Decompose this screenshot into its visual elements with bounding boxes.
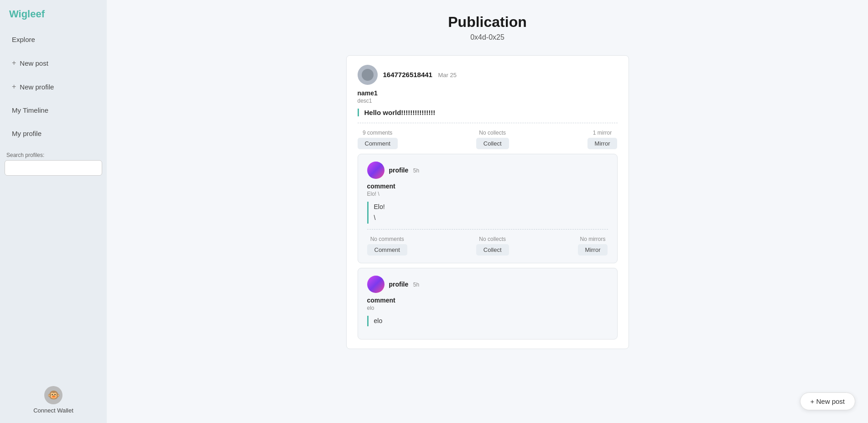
- connect-wallet-button[interactable]: Connect Wallet: [33, 407, 73, 414]
- sidebar-item-label: My Timeline: [12, 106, 48, 114]
- sidebar-item-label: My profile: [12, 130, 42, 137]
- comment-subdesc-1: elo: [367, 305, 608, 311]
- comment-avatar-1: [367, 276, 385, 293]
- comment-time-1: 5h: [413, 282, 419, 288]
- sidebar-item-my-timeline[interactable]: My Timeline: [3, 99, 104, 121]
- comment-meta: profile 5h: [389, 166, 420, 174]
- mirror-button[interactable]: Mirror: [587, 138, 618, 149]
- sidebar-item-label: New profile: [20, 83, 54, 91]
- mirror-action: 1 mirror Mirror: [587, 130, 618, 149]
- pub-username: 1647726518441: [383, 71, 432, 78]
- plus-icon: +: [12, 83, 16, 91]
- comment-subdesc: Elo! \: [367, 191, 608, 197]
- comment-meta-1: profile 5h: [389, 280, 420, 288]
- avatar-inner: [362, 69, 374, 81]
- comment-content: Elo! \: [367, 202, 608, 224]
- sidebar: Wigleef Explore + New post + New profile…: [0, 0, 107, 423]
- comment-card-1: profile 5h comment elo elo: [358, 268, 618, 340]
- comment-title-1: comment: [367, 297, 608, 304]
- collect-button[interactable]: Collect: [476, 138, 509, 149]
- pub-actions: 9 comments Comment No collects Collect 1…: [358, 128, 618, 149]
- sidebar-bottom: 🐵 Connect Wallet: [0, 379, 107, 423]
- comment-title: comment: [367, 183, 608, 190]
- comment-divider: [367, 229, 608, 230]
- pub-time: Mar 25: [438, 72, 456, 78]
- mirrors-count: 1 mirror: [593, 130, 612, 136]
- comment-button[interactable]: Comment: [358, 138, 398, 149]
- comment-mirror-button[interactable]: Mirror: [578, 244, 608, 256]
- comment-header: profile 5h: [367, 162, 608, 179]
- comments-count: 9 comments: [363, 130, 392, 136]
- comment-action: 9 comments Comment: [358, 130, 398, 149]
- search-profiles-section: Search profiles:: [5, 152, 102, 176]
- sidebar-item-my-profile[interactable]: My profile: [3, 122, 104, 145]
- pub-meta: 1647726518441 Mar 25: [383, 71, 457, 79]
- collects-count: No collects: [479, 130, 506, 136]
- comment-collects-count: No collects: [479, 236, 506, 242]
- page-subtitle: 0x4d-0x25: [125, 33, 850, 42]
- search-profiles-label: Search profiles:: [5, 152, 102, 158]
- logo[interactable]: Wigleef: [0, 0, 107, 25]
- sidebar-item-label: New post: [20, 59, 48, 67]
- comment-header-1: profile 5h: [367, 276, 608, 293]
- page-title: Publication: [125, 14, 850, 31]
- sidebar-item-new-profile[interactable]: + New profile: [3, 75, 104, 98]
- sidebar-item-new-post[interactable]: + New post: [3, 52, 104, 74]
- comment-content-1: elo: [367, 316, 608, 327]
- comment-mirror-action: No mirrors Mirror: [578, 236, 608, 256]
- comment-card-0: profile 5h comment Elo! \ Elo! \ No comm…: [358, 154, 618, 263]
- pub-name: name1: [358, 89, 618, 97]
- pub-content: Hello world!!!!!!!!!!!!!!!: [358, 109, 618, 116]
- wallet-avatar: 🐵: [44, 386, 62, 404]
- sidebar-item-label: Explore: [12, 36, 35, 43]
- publication-card: 1647726518441 Mar 25 name1 desc1 Hello w…: [346, 55, 629, 349]
- pub-desc: desc1: [358, 98, 618, 104]
- plus-icon: +: [12, 59, 16, 67]
- search-profiles-input[interactable]: [5, 160, 102, 176]
- main-content: Publication 0x4d-0x25 1647726518441 Mar …: [107, 0, 868, 423]
- pub-divider: [358, 123, 618, 123]
- pub-header: 1647726518441 Mar 25: [358, 65, 618, 85]
- comment-line-1: \: [374, 213, 608, 224]
- avatar: [358, 65, 378, 85]
- sidebar-nav: Explore + New post + New profile My Time…: [0, 28, 107, 145]
- comment-username-1: profile: [389, 281, 409, 288]
- comment-username: profile: [389, 167, 409, 174]
- comment-comment-button[interactable]: Comment: [367, 244, 407, 256]
- comment-line-0: Elo!: [374, 202, 608, 213]
- wallet-emoji: 🐵: [47, 389, 60, 401]
- sidebar-item-explore[interactable]: Explore: [3, 28, 104, 51]
- comment-collect-action: No collects Collect: [476, 236, 509, 256]
- comment-mirrors-count: No mirrors: [580, 236, 606, 242]
- comment-collect-button[interactable]: Collect: [476, 244, 509, 256]
- floating-new-post-button[interactable]: + New post: [800, 392, 855, 410]
- comment-actions: No comments Comment No collects Collect …: [367, 234, 608, 256]
- comment-comments-count: No comments: [370, 236, 404, 242]
- comment-comment-action: No comments Comment: [367, 236, 407, 256]
- comment-line-1-0: elo: [374, 316, 608, 327]
- comment-time: 5h: [413, 167, 419, 174]
- collect-action: No collects Collect: [476, 130, 509, 149]
- comment-avatar: [367, 162, 385, 179]
